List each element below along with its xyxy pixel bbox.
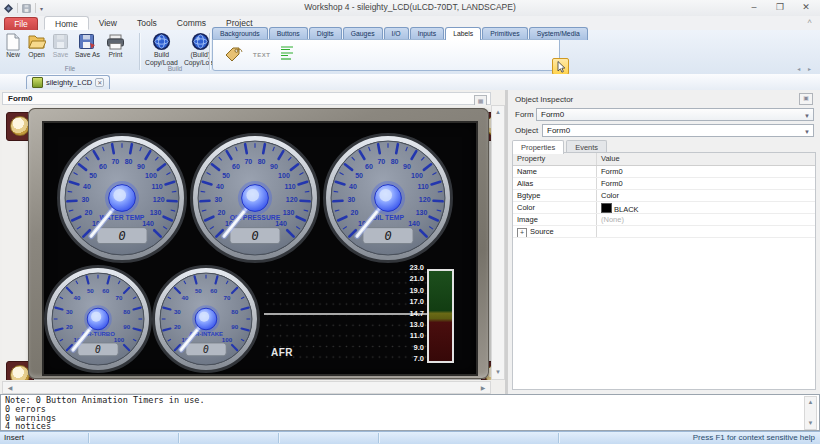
svg-text:20: 20: [218, 209, 226, 216]
document-tab[interactable]: sileighty_LCD ✕: [26, 75, 110, 89]
property-row-color[interactable]: ColorBLACK: [513, 202, 815, 214]
cursor-tool-button[interactable]: [552, 58, 569, 75]
save-button[interactable]: Save: [50, 31, 71, 60]
svg-text:100: 100: [222, 336, 233, 343]
menu-tab-tools[interactable]: Tools: [127, 16, 167, 30]
svg-text:30: 30: [347, 196, 355, 203]
gauge-water-temp[interactable]: 102030405060708090100110120130140WATER T…: [59, 135, 185, 261]
divider: [378, 433, 379, 443]
svg-text:80: 80: [258, 158, 266, 165]
svg-text:20: 20: [85, 209, 93, 216]
property-value-text: Form0: [601, 179, 623, 188]
divider: [88, 433, 89, 443]
property-name: Image: [513, 214, 597, 225]
text-widget[interactable]: TEXT: [253, 52, 270, 58]
document-tab-label: sileighty_LCD: [46, 78, 92, 87]
property-row-bgtype[interactable]: BgtypeColor: [513, 190, 815, 202]
window-controls: – ❐ ✕: [742, 0, 818, 14]
property-value[interactable]: BLACK: [597, 202, 643, 213]
property-value[interactable]: Form0: [597, 178, 627, 189]
property-column-header[interactable]: Property: [513, 153, 597, 165]
value-column-header[interactable]: Value: [597, 153, 624, 165]
property-name: Name: [513, 166, 597, 177]
ribbon-collapse-icon[interactable]: ˄: [807, 17, 812, 26]
scroll-up-icon[interactable]: ▲: [805, 397, 816, 408]
svg-text:120: 120: [153, 196, 165, 203]
group-label-file: File: [0, 65, 140, 72]
form-workspace[interactable]: 102030405060708090100110120130140WATER T…: [2, 105, 491, 380]
widget-tab-labels[interactable]: Labels: [445, 27, 481, 40]
svg-text:120: 120: [286, 196, 298, 203]
close-button[interactable]: ✕: [800, 2, 812, 12]
save-icon: [52, 32, 69, 51]
window-title: Workshop 4 - sileighty_LCD(uLCD-70DT, LA…: [0, 2, 820, 12]
afr-scale-label: 11.0: [390, 332, 424, 340]
property-value[interactable]: (None): [597, 214, 628, 225]
property-value-text: BLACK: [614, 205, 639, 214]
maximize-button[interactable]: ❐: [774, 2, 786, 12]
object-inspector-panel: Object Inspector ▣ Form Form0 ▼ Object F…: [507, 90, 820, 394]
property-value[interactable]: Form0: [597, 166, 627, 177]
svg-text:60: 60: [232, 163, 240, 170]
file-menu-button[interactable]: File: [4, 17, 38, 30]
status-insert-mode: Insert: [4, 433, 24, 442]
save-as-button[interactable]: Save As: [73, 31, 102, 60]
menu-tab-comms[interactable]: Comms: [167, 16, 216, 30]
afr-scale-label: 14.7: [390, 310, 424, 318]
open-button[interactable]: Open: [25, 31, 48, 60]
ribbon-scroll-arrows[interactable]: ◂ ▸: [797, 65, 814, 72]
form-select[interactable]: Form0 ▼: [536, 108, 814, 121]
button-label: Open: [28, 51, 45, 59]
scroll-up-icon[interactable]: ▲: [492, 107, 504, 118]
afr-color-bar[interactable]: [427, 269, 454, 363]
svg-text:70: 70: [377, 158, 385, 165]
lcd-screen[interactable]: 102030405060708090100110120130140WATER T…: [42, 121, 478, 376]
inspector-tab-properties[interactable]: Properties: [512, 140, 564, 154]
svg-text:20: 20: [66, 323, 73, 330]
svg-text:90: 90: [123, 323, 130, 330]
expand-icon[interactable]: +: [517, 228, 527, 238]
property-row-alias[interactable]: AliasForm0: [513, 178, 815, 190]
afr-label: AFR: [271, 347, 293, 358]
tag-widget[interactable]: [223, 45, 243, 65]
scroll-down-icon[interactable]: ▼: [492, 367, 504, 378]
svg-text:90: 90: [137, 163, 145, 170]
build-globe-icon: [152, 32, 171, 51]
build-copy-load-button[interactable]: Build Copy/Load: [143, 31, 180, 67]
scroll-down-icon[interactable]: ▼: [805, 418, 816, 429]
strings-icon: [280, 45, 298, 65]
svg-text:90: 90: [403, 163, 411, 170]
gauge-air-intake[interactable]: 102030405060708090100AIR-INTAKE0: [154, 267, 258, 371]
message-scrollbar[interactable]: ▲ ▼: [804, 396, 817, 430]
text-icon: TEXT: [253, 52, 270, 58]
form-vertical-scrollbar[interactable]: ▲ ▼: [491, 105, 505, 380]
svg-text:20: 20: [351, 209, 359, 216]
form-grid-toggle-button[interactable]: ▦: [474, 95, 487, 106]
property-row-source[interactable]: +Source: [513, 226, 815, 238]
inspector-pin-button[interactable]: ▣: [799, 93, 813, 105]
property-value[interactable]: Color: [597, 190, 623, 201]
property-value[interactable]: [597, 226, 605, 237]
document-tab-close-icon[interactable]: ✕: [95, 78, 104, 87]
chevron-down-icon: ▼: [804, 127, 810, 138]
new-button[interactable]: New: [3, 31, 23, 60]
gauge-oil-pressure[interactable]: 102030405060708090100110120130140OIL PRE…: [192, 135, 318, 261]
property-row-image[interactable]: Image(None): [513, 214, 815, 226]
ribbon-group-file: NewOpenSaveSave AsPrint File: [0, 30, 140, 73]
object-select[interactable]: Form0 ▼: [542, 124, 814, 137]
gauge-air-turbo[interactable]: 102030405060708090100AIR-TURBO0: [46, 267, 150, 371]
menu-tab-view[interactable]: View: [89, 16, 127, 30]
menu-tab-home[interactable]: Home: [44, 16, 89, 30]
property-name: Alias: [513, 178, 597, 189]
property-row-name[interactable]: NameForm0: [513, 166, 815, 178]
divider: [558, 433, 559, 443]
gauge-oil-temp[interactable]: 102030405060708090100110120130140OIL TEM…: [325, 135, 451, 261]
minimize-button[interactable]: –: [748, 2, 760, 12]
message-line: 4 notices: [5, 422, 205, 431]
print-button[interactable]: Print: [104, 31, 127, 60]
form-horizontal-scrollbar[interactable]: ◀ ▶: [2, 381, 491, 394]
property-grid-header: Property Value: [513, 153, 815, 166]
svg-text:120: 120: [419, 196, 431, 203]
svg-text:40: 40: [74, 294, 81, 301]
strings-widget[interactable]: [280, 45, 298, 65]
